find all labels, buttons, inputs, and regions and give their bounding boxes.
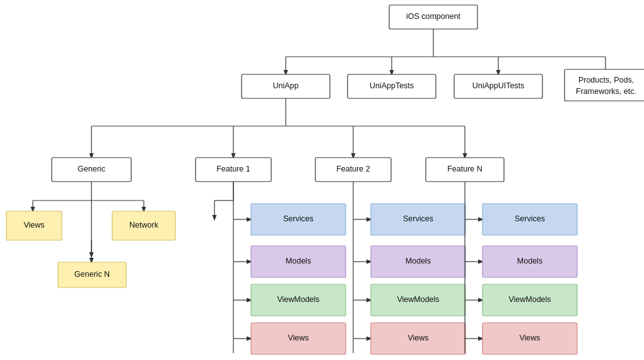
feature2-label: Feature 2	[336, 165, 370, 173]
network-label: Network	[129, 221, 159, 229]
architecture-diagram: iOS component UniApp UniAppTests UniAppU…	[0, 0, 644, 360]
products-label: Products, Pods,	[578, 76, 634, 84]
featureN-label: Feature N	[447, 165, 483, 173]
servicesN-label: Services	[515, 214, 545, 223]
feature1-label: Feature 1	[216, 165, 250, 173]
services2-label: Services	[403, 214, 433, 223]
ios-component-label: iOS component	[406, 12, 461, 21]
genericN-label: Generic N	[74, 270, 110, 279]
viewmodels2-label: ViewModels	[397, 295, 439, 304]
modelsN-label: Models	[517, 257, 542, 265]
views2-label: Views	[407, 334, 428, 342]
uniapptests-label: UniAppTests	[370, 81, 414, 90]
models1-label: Models	[286, 257, 311, 265]
products-label2: Frameworks, etc.	[576, 87, 636, 96]
models2-label: Models	[406, 257, 431, 265]
viewsN-label: Views	[519, 334, 540, 342]
views-generic-label: Views	[23, 221, 44, 229]
uniappuitests-label: UniAppUITests	[472, 81, 525, 90]
products-box	[565, 69, 644, 101]
uniapp-label: UniApp	[273, 81, 299, 90]
viewmodels1-label: ViewModels	[277, 295, 319, 304]
views1-label: Views	[288, 334, 308, 342]
services1-label: Services	[283, 214, 313, 223]
generic-label: Generic	[78, 165, 105, 173]
viewmodelsN-label: ViewModels	[508, 295, 551, 304]
